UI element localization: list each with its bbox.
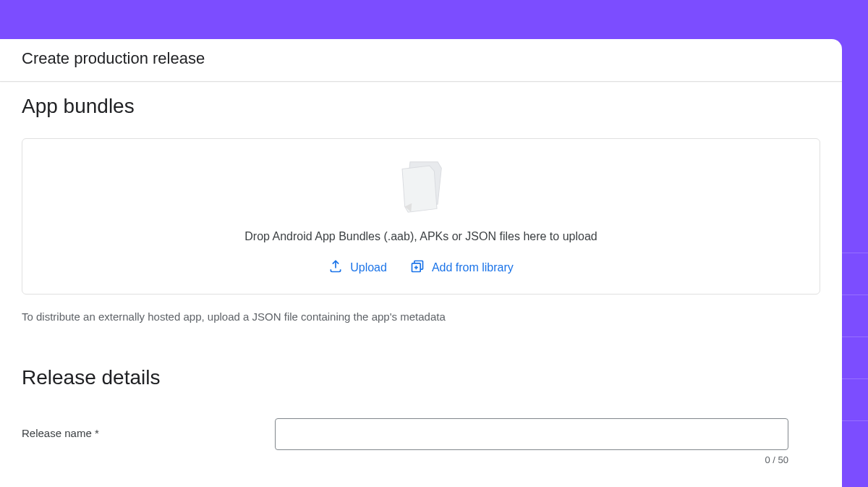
side-tab-4[interactable]	[842, 336, 868, 378]
release-name-input[interactable]	[275, 418, 788, 450]
file-stack-icon	[395, 161, 447, 217]
add-from-library-button[interactable]: Add from library	[410, 259, 514, 276]
upload-label: Upload	[350, 261, 387, 274]
main-panel: Create production release App bundles Dr…	[0, 39, 842, 487]
side-tab-6[interactable]	[842, 420, 868, 487]
page-title: Create production release	[22, 49, 820, 68]
side-tabs	[842, 39, 868, 487]
content-area: App bundles Drop Android App Bundles (.a…	[0, 82, 842, 465]
release-name-label: Release name *	[22, 418, 275, 439]
external-app-helper: To distribute an externally hosted app, …	[22, 310, 820, 323]
app-bundles-title: App bundles	[22, 95, 820, 118]
release-name-row: Release name * 0 / 50	[22, 418, 820, 465]
dropzone-instruction: Drop Android App Bundles (.aab), APKs or…	[244, 230, 597, 243]
side-tab-5[interactable]	[842, 378, 868, 420]
page-header: Create production release	[0, 39, 842, 82]
dropzone-actions: Upload Add from library	[328, 259, 514, 276]
char-counter: 0 / 50	[275, 454, 788, 465]
release-details-title: Release details	[22, 366, 820, 389]
library-add-icon	[410, 259, 425, 276]
side-tab-2[interactable]	[842, 253, 868, 295]
side-tab-3[interactable]	[842, 295, 868, 336]
add-from-library-label: Add from library	[432, 261, 514, 274]
side-tab-1[interactable]	[842, 39, 868, 253]
upload-dropzone[interactable]: Drop Android App Bundles (.aab), APKs or…	[22, 138, 820, 295]
upload-button[interactable]: Upload	[328, 259, 387, 276]
upload-icon	[328, 259, 343, 276]
release-name-input-wrapper: 0 / 50	[275, 418, 788, 465]
